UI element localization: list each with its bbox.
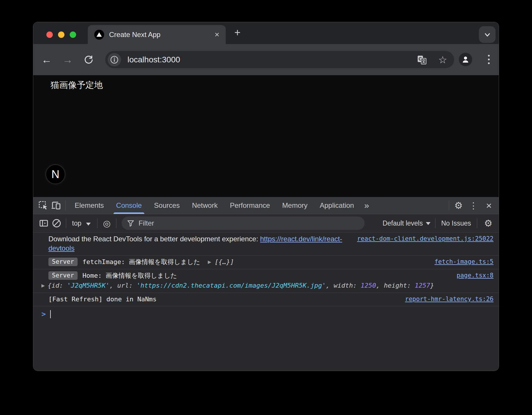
devtools-tab-bar: Elements Console Sources Network Perform… <box>33 197 499 214</box>
object-preview[interactable]: {id: 'J2qM5HR5K', url: 'https://cdn2.the… <box>48 282 434 289</box>
text-cursor <box>50 310 51 318</box>
console-prompt[interactable]: > <box>33 306 499 321</box>
tab-search-chevron-button[interactable] <box>479 26 496 43</box>
reload-icon <box>84 55 94 65</box>
translate-icon[interactable]: G <box>417 54 427 65</box>
chevron-down-icon <box>483 31 491 39</box>
inspect-cursor-icon <box>38 200 48 211</box>
message-text: [Fast Refresh] done in NaNms <box>48 296 157 303</box>
url-text[interactable]: localhost:3000 <box>127 55 180 64</box>
device-toolbar-icon <box>51 200 61 211</box>
console-toolbar: top ◎ Default levels No Issues ⚙ <box>33 214 499 233</box>
tab-sources[interactable]: Sources <box>148 197 186 214</box>
server-badge: Server <box>48 271 78 280</box>
zoom-window-button[interactable] <box>70 31 76 38</box>
info-icon <box>110 55 119 64</box>
devtools-settings-gear-icon[interactable]: ⚙ <box>452 199 465 212</box>
source-link[interactable]: report-hmr-latency.ts:26 <box>405 295 494 304</box>
forward-button[interactable]: → <box>61 53 74 66</box>
divider <box>435 218 435 228</box>
divider <box>66 218 66 228</box>
minimize-window-button[interactable] <box>58 31 64 38</box>
browser-menu-button[interactable] <box>482 53 495 66</box>
source-link[interactable]: fetch-image.ts:5 <box>435 257 494 266</box>
log-levels-label: Default levels <box>383 219 423 227</box>
source-link[interactable]: react-dom-client.development.js:25022 <box>357 234 494 243</box>
chevron-down-icon <box>86 223 91 226</box>
tab-strip: Create Next App × + <box>33 22 499 44</box>
tab-console[interactable]: Console <box>110 197 148 214</box>
tab-performance[interactable]: Performance <box>224 197 276 214</box>
source-link[interactable]: page.tsx:8 <box>457 271 494 280</box>
clear-console-button[interactable] <box>50 217 63 230</box>
console-message-fetchimage: fetch-image.ts:5 ServerfetchImage: 画像情報を… <box>33 256 499 269</box>
inspect-element-button[interactable] <box>37 199 50 212</box>
back-button[interactable]: ← <box>40 53 53 66</box>
clear-icon <box>52 218 62 228</box>
devtools-panel: Elements Console Sources Network Perform… <box>33 197 499 371</box>
browser-tab[interactable]: Create Next App × <box>88 25 226 44</box>
message-text: Download the React DevTools for a better… <box>48 235 260 243</box>
devtools-tab-bar-actions: ⚙ ⋮ × <box>446 199 495 212</box>
expand-triangle-icon[interactable]: ▶ <box>208 259 211 265</box>
tab-title: Create Next App <box>109 31 160 39</box>
tab-close-icon[interactable]: × <box>215 31 219 39</box>
tab-application[interactable]: Application <box>314 197 360 214</box>
console-message-react-devtools: react-dom-client.development.js:25022 Do… <box>33 233 499 256</box>
tab-network[interactable]: Network <box>186 197 224 214</box>
site-info-button[interactable] <box>108 53 121 66</box>
console-filter[interactable] <box>122 217 365 230</box>
url-bar[interactable]: localhost:3000 G ☆ <box>105 51 454 68</box>
devtools-menu-button[interactable]: ⋮ <box>465 201 482 211</box>
console-message-fast-refresh: report-hmr-latency.ts:26 [Fast Refresh] … <box>33 293 499 306</box>
context-label: top <box>72 219 81 227</box>
log-levels-dropdown[interactable]: Default levels <box>383 219 430 227</box>
browser-window: Create Next App × + ← → <box>33 22 499 371</box>
person-icon <box>461 55 470 64</box>
new-tab-button[interactable]: + <box>231 26 244 39</box>
sidebar-icon <box>39 218 49 228</box>
close-window-button[interactable] <box>46 31 53 38</box>
tab-memory[interactable]: Memory <box>276 197 314 214</box>
console-message-home: page.tsx:8 ServerHome: 画像情報を取得しました ▶{id:… <box>33 269 499 293</box>
live-expression-eye-button[interactable]: ◎ <box>100 217 113 230</box>
issues-counter[interactable]: No Issues <box>440 219 472 227</box>
server-badge: Server <box>48 258 78 266</box>
window-controls <box>46 31 76 38</box>
message-text: fetchImage: 画像情報を取得しました <box>83 258 200 265</box>
prompt-chevron-icon: > <box>41 310 46 318</box>
tab-elements[interactable]: Elements <box>69 197 110 214</box>
url-bar-actions: G ☆ <box>417 54 447 66</box>
expand-triangle-icon[interactable]: ▶ <box>41 283 45 288</box>
filter-input[interactable] <box>139 219 314 227</box>
devtools-close-button[interactable]: × <box>482 201 495 210</box>
browser-toolbar: ← → localhost:3000 G <box>33 44 499 75</box>
divider <box>477 218 477 228</box>
divider <box>116 218 116 228</box>
chevron-down-icon <box>426 222 430 225</box>
divider <box>449 201 449 210</box>
filter-funnel-icon <box>127 219 134 227</box>
context-selector[interactable]: top <box>69 219 91 227</box>
message-text: Home: 画像情報を取得しました <box>83 272 177 279</box>
cat-image-placeholder-text: 猫画像予定地 <box>50 79 103 91</box>
console-settings-gear-icon[interactable]: ⚙ <box>482 217 495 230</box>
profile-avatar[interactable] <box>459 53 472 66</box>
bookmark-star-icon[interactable]: ☆ <box>438 54 447 66</box>
reload-button[interactable] <box>82 53 95 66</box>
divider <box>97 218 97 228</box>
console-sidebar-toggle-button[interactable] <box>37 217 50 230</box>
divider <box>65 201 66 210</box>
console-output: react-dom-client.development.js:25022 Do… <box>33 233 499 371</box>
page-viewport: 猫画像予定地 N <box>33 75 499 197</box>
nextjs-favicon-icon <box>94 30 104 40</box>
object-preview[interactable]: [{…}] <box>215 258 234 265</box>
nextjs-devtools-badge[interactable]: N <box>46 164 65 184</box>
device-toolbar-button[interactable] <box>50 199 62 212</box>
more-tabs-button[interactable]: » <box>360 201 373 210</box>
